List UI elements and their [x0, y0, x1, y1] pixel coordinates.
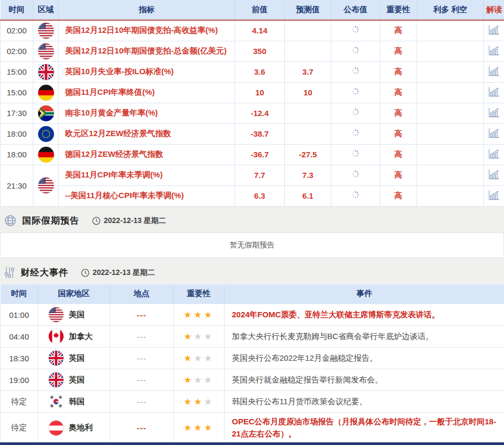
star-icon: ★	[184, 397, 194, 407]
time-cell: 18:00	[1, 144, 33, 165]
importance-cell: 高	[380, 41, 417, 61]
calendar-header-row: 时间 区域 指标 前值 预测值 公布值 重要性 利多 利空 解读	[1, 0, 504, 20]
star-icon: ★	[194, 310, 204, 320]
col-header-previous: 前值	[235, 0, 285, 20]
indicator-cell[interactable]: 欧元区12月ZEW经济景气指数	[59, 123, 235, 144]
event-row: 01:00美国---★★★2024年FOMC票委、亚特兰大联储主席博斯蒂克发表讲…	[1, 304, 504, 326]
event-row: 18:30英国---★★★英国央行公布2022年12月金融稳定报告。	[1, 348, 504, 369]
forecast-value-cell: 10	[285, 82, 331, 103]
event-location-cell: ---	[110, 413, 174, 443]
country-name: 美国	[69, 310, 85, 320]
indicator-cell[interactable]: 德国11月CPI年率终值(%)	[59, 82, 235, 103]
bar-chart-arrow-icon[interactable]	[488, 169, 500, 180]
published-value-cell	[331, 61, 380, 82]
flag-us-icon	[38, 23, 54, 39]
bar-chart-arrow-icon[interactable]	[488, 148, 500, 159]
indicator-cell[interactable]: 美国12月12日10年期国债竞拍-总金额(亿美元)	[59, 41, 235, 61]
published-value-cell	[331, 123, 380, 144]
bar-chart-arrow-icon[interactable]	[488, 128, 500, 138]
bar-chart-arrow-icon[interactable]	[488, 24, 500, 35]
star-icon: ★	[184, 310, 194, 320]
importance-cell: 高	[380, 61, 417, 82]
bias-cell	[417, 185, 484, 206]
event-row: 待定韩国---★★★韩国央行公布11月货币政策会议纪要。	[1, 391, 504, 413]
published-value-cell	[331, 82, 380, 103]
col-header-indicator: 指标	[59, 0, 235, 20]
event-country-cell: 加拿大	[38, 326, 110, 348]
time-cell: 15:00	[1, 82, 33, 103]
country-name: 英国	[69, 353, 85, 363]
star-icon: ★	[194, 397, 204, 407]
indicator-cell[interactable]: 美国11月CPI年率未季调(%)	[59, 165, 235, 185]
importance-cell: 高	[380, 82, 417, 103]
published-value-cell	[331, 144, 380, 165]
previous-value-cell: 7.7	[235, 165, 285, 185]
flag-ca-icon	[49, 329, 64, 344]
flag-za-icon	[38, 105, 54, 121]
published-value-cell	[331, 103, 380, 123]
holiday-empty-text: 暂无假期预告	[230, 241, 274, 250]
flag-eu-icon	[38, 126, 54, 142]
loading-spinner	[352, 170, 359, 178]
event-importance-cell: ★★★	[174, 304, 224, 326]
indicator-cell[interactable]: 南非10月黄金产量年率(%)	[59, 103, 235, 123]
col-header-location: 地点	[110, 284, 174, 304]
flag-kr-icon	[49, 394, 64, 409]
event-time-cell: 待定	[1, 391, 38, 413]
event-location-cell: ---	[110, 348, 174, 369]
bar-chart-arrow-icon[interactable]	[488, 107, 500, 118]
bar-chart-arrow-icon[interactable]	[488, 86, 500, 97]
event-text-cell[interactable]: 2024年FOMC票委、亚特兰大联储主席博斯蒂克发表讲话。	[224, 304, 504, 326]
events-section-header: 财经大事件 2022-12-13 星期二	[0, 266, 504, 279]
event-text-cell[interactable]: OPEC公布月度原油市场报告（月报具体公布时间待定，一般于北京时间18-21点左…	[224, 413, 504, 443]
star-icon: ★	[204, 332, 214, 342]
bar-chart-arrow-icon[interactable]	[488, 66, 500, 76]
event-text-cell[interactable]: 英国央行公布2022年12月金融稳定报告。	[224, 348, 504, 369]
event-text-cell[interactable]: 韩国央行公布11月货币政策会议纪要。	[224, 391, 504, 413]
indicator-cell[interactable]: --美国11月核心CPI年率未季调(%)	[59, 185, 235, 206]
indicator-row: --美国11月核心CPI年率未季调(%)6.36.1高	[1, 185, 504, 206]
loading-spinner	[352, 108, 359, 116]
flag-us-icon	[38, 43, 54, 59]
indicator-row: 21:30美国11月CPI年率未季调(%)7.77.3高	[1, 165, 504, 185]
event-country-cell: 韩国	[38, 391, 110, 413]
published-value-cell	[331, 41, 380, 61]
col-header-event-time: 时间	[1, 284, 38, 304]
indicator-cell[interactable]: 美国12月12日10年期国债竞拍-高收益率(%)	[59, 20, 235, 41]
loading-spinner	[352, 67, 359, 75]
economic-data-table: 时间 区域 指标 前值 预测值 公布值 重要性 利多 利空 解读 02:00美国…	[0, 0, 504, 207]
event-row: 19:00英国---★★★英国央行就金融稳定报告举行新闻发布会。	[1, 369, 504, 391]
bias-cell	[417, 144, 484, 165]
indicator-row: 18:00德国12月ZEW经济景气指数-36.7-27.5高	[1, 144, 504, 165]
event-text-cell[interactable]: 加拿大央行行长麦克勒姆与BC省商会举行年底炉边谈话。	[224, 326, 504, 348]
col-header-event: 事件	[224, 284, 504, 304]
event-time-cell: 待定	[1, 413, 38, 443]
indicator-row: 02:00美国12月12日10年期国债竞拍-总金额(亿美元)350高	[1, 41, 504, 61]
clock-icon	[92, 217, 101, 225]
region-cell	[33, 41, 59, 61]
indicator-cell[interactable]: 英国10月失业率-按ILO标准(%)	[59, 61, 235, 82]
previous-value-cell: 350	[235, 41, 285, 61]
event-location-cell: ---	[110, 391, 174, 413]
indicator-cell[interactable]: 德国12月ZEW经济景气指数	[59, 144, 235, 165]
event-country-cell: 英国	[38, 369, 110, 391]
event-country-cell: 奥地利	[38, 413, 110, 443]
events-table: 时间 国家地区 地点 重要性 事件 01:00美国---★★★2024年FOMC…	[0, 284, 504, 444]
holiday-section-header: 国际假期预告 2022-12-13 星期二	[0, 215, 504, 227]
bar-chart-arrow-icon[interactable]	[488, 190, 500, 200]
bar-chart-arrow-icon[interactable]	[488, 45, 500, 56]
previous-value-cell: 4.14	[235, 20, 285, 41]
flag-de-icon	[38, 85, 54, 101]
analysis-cell	[484, 41, 504, 61]
star-icon: ★	[194, 375, 204, 385]
col-header-published: 公布值	[331, 0, 380, 20]
region-cell	[33, 165, 59, 206]
event-importance-cell: ★★★	[174, 413, 224, 443]
star-icon: ★	[184, 375, 194, 385]
loading-spinner	[352, 191, 359, 199]
previous-value-cell: -12.4	[235, 103, 285, 123]
region-cell	[33, 103, 59, 123]
col-header-forecast: 预测值	[285, 0, 331, 20]
loading-spinner	[352, 129, 359, 137]
event-text-cell[interactable]: 英国央行就金融稳定报告举行新闻发布会。	[224, 369, 504, 391]
